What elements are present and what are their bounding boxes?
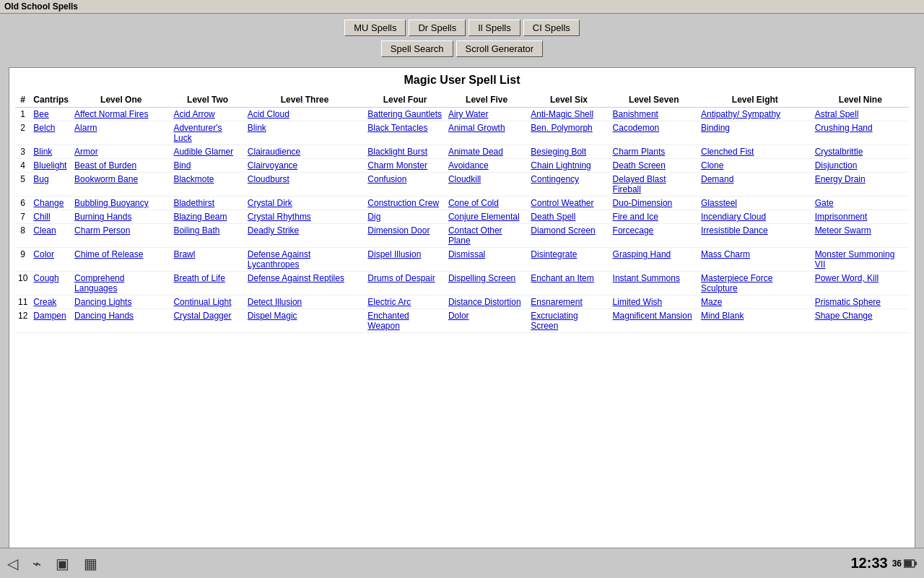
spell-link[interactable]: Masterpiece Force Sculpture: [701, 273, 772, 293]
spell-link[interactable]: Bluelight: [33, 160, 66, 171]
spell-link[interactable]: Black Tentacles: [367, 123, 427, 133]
spell-link[interactable]: Limited Wish: [613, 297, 663, 307]
spell-link[interactable]: Dispel Magic: [248, 311, 297, 321]
spell-link[interactable]: Charm Plants: [613, 147, 666, 157]
spell-link[interactable]: Continual Light: [173, 297, 231, 307]
spell-link[interactable]: Chill: [33, 212, 50, 222]
spell-link[interactable]: Blacklight Burst: [367, 147, 427, 157]
spell-link[interactable]: Blackmote: [173, 174, 214, 184]
il-spells-button[interactable]: Il Spells: [468, 20, 520, 36]
spell-link[interactable]: Brawl: [173, 249, 195, 259]
spell-link[interactable]: Cone of Cold: [448, 198, 499, 208]
mu-spells-button[interactable]: MU Spells: [344, 20, 406, 36]
spell-link[interactable]: Monster Summoning VII: [815, 249, 895, 269]
spell-link[interactable]: Enchant an Item: [531, 273, 593, 283]
spell-link[interactable]: Prismatic Sphere: [815, 297, 881, 307]
spell-link[interactable]: Clone: [701, 160, 723, 171]
spell-link[interactable]: Diamond Screen: [531, 225, 595, 236]
spell-link[interactable]: Alarm: [74, 123, 97, 133]
spell-link[interactable]: Duo-Dimension: [613, 198, 673, 208]
spell-link[interactable]: Mass Charm: [701, 249, 750, 259]
spell-link[interactable]: Crystalbrittle: [815, 147, 863, 157]
spell-link[interactable]: Incendiary Cloud: [701, 212, 766, 222]
spell-link[interactable]: Clenched Fist: [701, 147, 754, 157]
spell-link[interactable]: Delayed Blast Fireball: [613, 174, 666, 194]
spell-link[interactable]: Charm Person: [74, 225, 130, 236]
spell-link[interactable]: Boiling Bath: [173, 225, 219, 236]
spell-link[interactable]: Cloudkill: [448, 174, 481, 184]
spell-link[interactable]: Forcecage: [613, 225, 654, 236]
spell-link[interactable]: Contingency: [531, 174, 579, 184]
spell-link[interactable]: Dispel Illusion: [367, 249, 421, 259]
spell-link[interactable]: Instant Summons: [613, 273, 680, 283]
spell-link[interactable]: Dampen: [33, 311, 66, 321]
recent-apps-icon[interactable]: ▣: [56, 555, 69, 572]
spell-link[interactable]: Power Word, Kill: [815, 273, 879, 283]
spell-link[interactable]: Cacodemon: [613, 123, 660, 133]
spell-link[interactable]: Death Screen: [613, 160, 666, 171]
spell-link[interactable]: Enchanted Weapon: [367, 311, 409, 331]
spell-link[interactable]: Chime of Release: [74, 249, 143, 259]
spell-link[interactable]: Contact Other Plane: [448, 225, 502, 246]
spell-link[interactable]: Adventurer's Luck: [173, 123, 222, 143]
spell-link[interactable]: Energy Drain: [815, 174, 866, 184]
spell-link[interactable]: Blink: [248, 123, 266, 133]
spell-link[interactable]: Chain Lightning: [531, 160, 590, 171]
spell-link[interactable]: Construction Crew: [367, 198, 439, 208]
spell-link[interactable]: Meteor Swarm: [815, 225, 871, 236]
spell-link[interactable]: Drums of Despair: [367, 273, 435, 283]
spell-link[interactable]: Crystal Dagger: [173, 311, 231, 321]
spell-link[interactable]: Battering Gauntlets: [367, 109, 442, 119]
spell-link[interactable]: Maze: [701, 297, 722, 307]
spell-link[interactable]: Animal Growth: [448, 123, 505, 133]
ci-spells-button[interactable]: CI Spells: [523, 20, 580, 36]
spell-link[interactable]: Dispelling Screen: [448, 273, 515, 283]
spell-link[interactable]: Confusion: [367, 174, 406, 184]
spell-link[interactable]: Control Weather: [531, 198, 593, 208]
spell-link[interactable]: Disintegrate: [531, 249, 577, 259]
spell-link[interactable]: Crushing Hand: [815, 123, 873, 133]
spell-link[interactable]: Armor: [74, 147, 98, 157]
spell-link[interactable]: Bee: [33, 109, 48, 119]
home-icon[interactable]: ⌁: [32, 555, 41, 572]
spell-link[interactable]: Besieging Bolt: [531, 147, 586, 157]
spell-link[interactable]: Burning Hands: [74, 212, 131, 222]
spell-link[interactable]: Imprisonment: [815, 212, 868, 222]
spell-link[interactable]: Bug: [33, 174, 48, 184]
spell-link[interactable]: Belch: [33, 123, 55, 133]
spell-link[interactable]: Beast of Burden: [74, 160, 136, 171]
spell-link[interactable]: Detect Illusion: [248, 297, 302, 307]
spell-link[interactable]: Dancing Lights: [74, 297, 131, 307]
spell-link[interactable]: Breath of Life: [173, 273, 225, 283]
spell-link[interactable]: Animate Dead: [448, 147, 503, 157]
spell-link[interactable]: Clairvoyance: [248, 160, 297, 171]
spell-link[interactable]: Creak: [33, 297, 56, 307]
spell-link[interactable]: Comprehend Languages: [74, 273, 124, 293]
grid-icon[interactable]: ▦: [84, 555, 97, 572]
spell-link[interactable]: Bookworm Bane: [74, 174, 138, 184]
spell-link[interactable]: Charm Monster: [367, 160, 427, 171]
spell-link[interactable]: Blink: [33, 147, 52, 157]
spell-link[interactable]: Ensnarement: [531, 297, 582, 307]
spell-link[interactable]: Anti-Magic Shell: [531, 109, 593, 119]
spell-link[interactable]: Gate: [815, 198, 834, 208]
spell-link[interactable]: Antipathy/ Sympathy: [701, 109, 780, 119]
spell-link[interactable]: Binding: [701, 123, 730, 133]
spell-link[interactable]: Electric Arc: [367, 297, 411, 307]
spell-link[interactable]: Crystal Rhythms: [248, 212, 311, 222]
spell-link[interactable]: Avoidance: [448, 160, 489, 171]
spell-link[interactable]: Astral Spell: [815, 109, 859, 119]
spell-link[interactable]: Bubbling Buoyancy: [74, 198, 149, 208]
spell-link[interactable]: Glassteel: [701, 198, 737, 208]
spell-link[interactable]: Change: [33, 198, 64, 208]
spell-link[interactable]: Defense Against Reptiles: [248, 273, 344, 283]
spell-link[interactable]: Dancing Hands: [74, 311, 134, 321]
spell-link[interactable]: Irresistible Dance: [701, 225, 768, 236]
spell-link[interactable]: Acid Cloud: [248, 109, 289, 119]
spell-link[interactable]: Demand: [701, 174, 733, 184]
spell-link[interactable]: Clean: [33, 225, 56, 236]
spell-search-button[interactable]: Spell Search: [381, 40, 453, 57]
scroll-generator-button[interactable]: Scroll Generator: [456, 40, 544, 57]
spell-link[interactable]: Color: [33, 249, 54, 259]
spell-link[interactable]: Dimension Door: [367, 225, 430, 236]
